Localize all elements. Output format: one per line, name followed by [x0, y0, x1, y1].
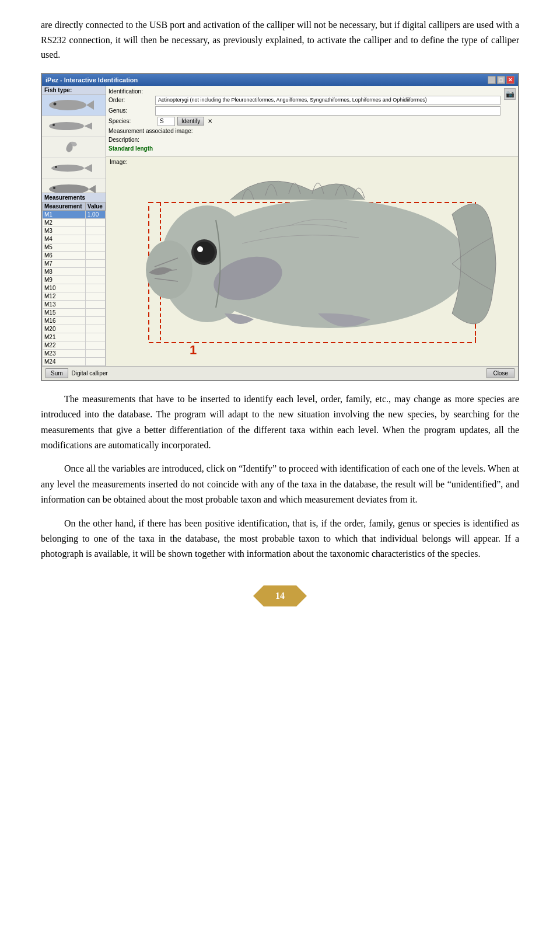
- meas-id: M6: [43, 251, 86, 259]
- meas-row: M5: [43, 243, 106, 251]
- order-label: Order:: [108, 97, 155, 103]
- meas-row: M3: [43, 226, 106, 235]
- identification-label: Identification:: [108, 88, 155, 95]
- meas-row: M12: [43, 292, 106, 300]
- meas-value: [85, 276, 105, 284]
- svg-point-6: [51, 165, 84, 172]
- meas-id: M15: [43, 308, 86, 316]
- meas-row: M24: [43, 357, 106, 365]
- meas-row: M13: [43, 300, 106, 308]
- svg-point-3: [49, 122, 84, 130]
- meas-id: M21: [43, 333, 86, 341]
- meas-row: M7: [43, 259, 106, 267]
- app-title: iPez - Interactive Identification: [46, 76, 138, 83]
- meas-id: M3: [43, 226, 86, 235]
- app-window: iPez - Interactive Identification _ □ ✕ …: [41, 73, 519, 381]
- meas-id: M9: [43, 276, 86, 284]
- top-right-icon[interactable]: 📷: [504, 88, 516, 100]
- svg-marker-1: [86, 100, 94, 110]
- page-ribbon: 14: [253, 585, 307, 606]
- meas-value: [85, 267, 105, 276]
- svg-point-8: [55, 166, 57, 168]
- description-label: Description:: [108, 136, 139, 144]
- meas-value: [85, 292, 105, 300]
- meas-value: [85, 259, 105, 267]
- meas-value: [85, 235, 105, 243]
- maximize-button[interactable]: □: [497, 76, 505, 84]
- digital-calliper-label: Digital calliper: [72, 370, 108, 376]
- meas-row: M23: [43, 349, 106, 357]
- svg-point-25: [194, 242, 215, 263]
- svg-marker-4: [84, 123, 92, 130]
- right-panel: Identification: Order: Actinopterygi (no…: [106, 86, 518, 366]
- std-length-label: Standard length: [108, 145, 153, 152]
- meas-row: M15: [43, 308, 106, 316]
- identify-button[interactable]: Identify: [177, 117, 204, 125]
- page-footer: 14: [41, 585, 519, 606]
- page-container: are directly connected to the USB port a…: [0, 0, 560, 630]
- meas-row: M16: [43, 316, 106, 325]
- id-fields: Identification: Order: Actinopterygi (no…: [108, 88, 501, 154]
- minimize-button[interactable]: _: [488, 76, 496, 84]
- meas-id: M5: [43, 243, 86, 251]
- col-value: Value: [85, 202, 105, 210]
- meas-row: M2: [43, 218, 106, 226]
- fish-item-3[interactable]: [42, 137, 106, 158]
- meas-id: M10: [43, 284, 86, 292]
- measurements-title: Measurements: [42, 193, 106, 202]
- fish-item-2[interactable]: [42, 116, 106, 137]
- meas-value: [85, 341, 105, 349]
- body-paragraph-2: Once all the variables are introduced, c…: [41, 461, 519, 507]
- fish-main-svg: 1: [114, 156, 510, 366]
- meas-row: M6: [43, 251, 106, 259]
- meas-assoc-label: Measurement associated image:: [108, 127, 193, 135]
- meas-value: [85, 300, 105, 308]
- id-top-area: Identification: Order: Actinopterygi (no…: [106, 86, 518, 156]
- svg-point-11: [53, 187, 55, 189]
- meas-id: M20: [43, 325, 86, 333]
- meas-value: [85, 243, 105, 251]
- app-body: Fish type:: [42, 86, 518, 366]
- meas-value: [85, 333, 105, 341]
- fish-item-5[interactable]: [42, 179, 106, 193]
- meas-id: M24: [43, 357, 86, 365]
- id-row-order: Order: Actinopterygi (not including the …: [108, 96, 501, 105]
- fish-item-4[interactable]: [42, 158, 106, 179]
- genus-value: [155, 106, 501, 116]
- svg-point-5: [52, 124, 55, 126]
- species-input[interactable]: [158, 117, 175, 126]
- ribbon-left: [253, 585, 264, 606]
- meas-value: [85, 284, 105, 292]
- svg-point-26: [197, 246, 203, 252]
- id-row-desc: Description:: [108, 136, 501, 144]
- meas-row: M10: [43, 284, 106, 292]
- bottom-left-controls: Sum Digital calliper: [46, 368, 108, 378]
- left-panel: Fish type:: [42, 86, 106, 366]
- meas-id: M7: [43, 259, 86, 267]
- meas-value: [85, 251, 105, 259]
- titlebar-controls: _ □ ✕: [488, 76, 514, 84]
- close-bottom-button[interactable]: Close: [487, 368, 514, 378]
- id-row-identification: Identification:: [108, 88, 501, 95]
- meas-row: M21: [43, 333, 106, 341]
- meas-id: M16: [43, 316, 86, 325]
- sum-button[interactable]: Sum: [46, 368, 68, 378]
- id-row-meas-assoc: Measurement associated image:: [108, 127, 501, 135]
- close-button[interactable]: ✕: [506, 76, 514, 84]
- meas-row: M9: [43, 276, 106, 284]
- fish-type-label: Fish type:: [42, 86, 106, 95]
- page-number: 14: [264, 585, 296, 606]
- meas-value: [85, 325, 105, 333]
- meas-id: M4: [43, 235, 86, 243]
- meas-value: [85, 226, 105, 235]
- id-row-species: Species: Identify ✕: [108, 117, 501, 126]
- col-measurement: Measurement: [43, 202, 86, 210]
- meas-value: [85, 316, 105, 325]
- meas-value: [85, 218, 105, 226]
- body-paragraph-1: The measurements that have to be inserte…: [41, 392, 519, 454]
- svg-point-2: [54, 103, 57, 106]
- fish-item-1[interactable]: [42, 95, 106, 116]
- meas-row: M8: [43, 267, 106, 276]
- svg-text:1: 1: [190, 343, 197, 357]
- order-value: Actinopterygi (not including the Pleuron…: [155, 96, 501, 105]
